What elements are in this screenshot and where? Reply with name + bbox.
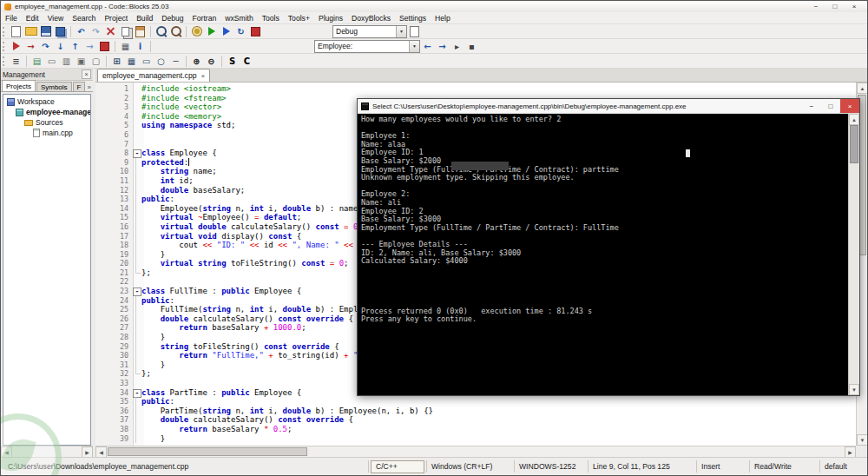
tree-item-workspace[interactable]: Workspace: [3, 96, 90, 107]
open-file-icon[interactable]: [24, 24, 38, 38]
menu-tools[interactable]: Tools: [258, 12, 284, 23]
menu-edit[interactable]: Edit: [22, 12, 43, 23]
horizontal-scroll-thumb[interactable]: [108, 447, 307, 456]
debugging-windows-icon[interactable]: ▦: [119, 39, 133, 53]
menu-wxsmith[interactable]: wxSmith: [220, 12, 257, 23]
stop-debugger-icon[interactable]: [98, 39, 112, 53]
wxsmith-add-button-icon[interactable]: ▭: [45, 54, 59, 68]
draw-ellipse-icon[interactable]: ○: [155, 54, 168, 68]
doxyblocks-comments-icon[interactable]: C: [240, 54, 254, 68]
scroll-up-icon[interactable]: ▲: [849, 114, 859, 125]
menu-file[interactable]: File: [1, 12, 22, 23]
next-line-icon[interactable]: ↷: [39, 39, 53, 53]
build-options-icon[interactable]: [408, 24, 422, 38]
replace-icon[interactable]: [169, 24, 183, 38]
chevron-down-icon[interactable]: ▼: [409, 41, 419, 52]
wxsmith-add-panel-icon[interactable]: ▢: [89, 54, 103, 68]
doxyblocks-structs-icon[interactable]: S: [226, 54, 240, 68]
redo-icon[interactable]: ↷: [89, 24, 103, 38]
draw-rect-icon[interactable]: ▭: [140, 54, 154, 68]
code-line[interactable]: 37 double calculateSalary() const overri…: [95, 415, 856, 425]
chevron-down-icon[interactable]: ▼: [396, 26, 406, 37]
scroll-down-icon[interactable]: ▼: [857, 434, 868, 446]
fold-toggle-icon[interactable]: [131, 149, 141, 158]
view-grid-icon[interactable]: ▦: [125, 54, 139, 68]
wxsmith-add-text-icon[interactable]: ▥: [60, 54, 74, 68]
panel-horizontal-scrollbar[interactable]: ◀ ▶: [1, 446, 93, 457]
editor-horizontal-scrollbar[interactable]: ◀ ▶: [95, 446, 856, 457]
run-to-cursor-icon[interactable]: →: [24, 39, 38, 53]
menu-plugins[interactable]: Plugins: [314, 12, 347, 23]
code-line[interactable]: 38 return baseSalary * 0.5;: [95, 425, 856, 434]
save-icon[interactable]: [39, 24, 53, 38]
management-close-icon[interactable]: ×: [82, 69, 91, 79]
menu-settings[interactable]: Settings: [395, 12, 431, 23]
wxsmith-quick-props-icon[interactable]: ▤: [30, 54, 44, 68]
minimize-button[interactable]: −: [806, 2, 825, 12]
menu-search[interactable]: Search: [68, 12, 100, 23]
paste-icon[interactable]: [134, 24, 148, 38]
goto-next-function-icon[interactable]: →: [436, 39, 450, 53]
zoom-in-icon[interactable]: ⊕: [190, 54, 204, 68]
tree-item-main-cpp[interactable]: main.cpp: [3, 128, 90, 138]
step-into-icon[interactable]: ↓: [54, 39, 68, 53]
rebuild-icon[interactable]: ↻: [234, 24, 248, 38]
console-minimize-button[interactable]: −: [802, 99, 821, 113]
tab-f[interactable]: F: [73, 82, 86, 91]
menu-help[interactable]: Help: [431, 12, 455, 23]
menu-doxyblocks[interactable]: DoxyBlocks: [347, 12, 395, 23]
code-line[interactable]: 39 }: [95, 434, 856, 444]
console-window[interactable]: Select C:\Users\user\Desktop\employee-ma…: [357, 98, 860, 396]
tab-symbols[interactable]: Symbols: [36, 82, 72, 91]
build-and-run-icon[interactable]: [220, 24, 233, 38]
find-icon[interactable]: [155, 24, 168, 38]
tree-item-sources[interactable]: Sources: [3, 117, 90, 128]
tab-projects[interactable]: Projects: [2, 80, 36, 91]
abort-build-icon[interactable]: [249, 24, 263, 38]
menu-fortran[interactable]: Fortran: [188, 12, 221, 23]
code-line[interactable]: 35public:: [95, 397, 856, 407]
scroll-down-icon[interactable]: ▼: [849, 384, 859, 395]
code-completion-scope-select[interactable]: Employee:▼: [314, 40, 420, 53]
console-close-button[interactable]: ×: [840, 99, 859, 113]
build-icon[interactable]: [190, 24, 204, 38]
menu-debug[interactable]: Debug: [157, 12, 187, 23]
fold-toggle-icon[interactable]: [131, 287, 141, 296]
tree-item-employee-management[interactable]: employee-management: [3, 107, 90, 117]
console-scroll-thumb[interactable]: [850, 125, 858, 163]
cut-icon[interactable]: [104, 24, 118, 38]
scroll-up-icon[interactable]: ▲: [857, 83, 868, 94]
copy-icon[interactable]: [119, 24, 133, 38]
fold-toggle-icon[interactable]: [131, 388, 141, 398]
goto-prev-function-icon[interactable]: ←: [421, 39, 435, 53]
save-all-icon[interactable]: [54, 24, 68, 38]
open-files-list-icon[interactable]: ≡: [10, 54, 23, 68]
console-maximize-button[interactable]: □: [821, 99, 840, 113]
undo-icon[interactable]: ↶: [75, 24, 89, 38]
close-button[interactable]: ×: [845, 2, 864, 12]
menu-toolsplus[interactable]: Tools+: [284, 12, 314, 23]
code-line[interactable]: 36 PartTime(string n, int i, double b) :…: [95, 407, 856, 416]
tab-close-icon[interactable]: ×: [201, 72, 205, 80]
view-sidebar-icon[interactable]: ⊞: [110, 54, 124, 68]
zoom-out-icon[interactable]: ⊖: [205, 54, 219, 68]
console-output[interactable]: How many employees would you like to ent…: [358, 114, 848, 395]
console-vertical-scrollbar[interactable]: ▲ ▼: [848, 114, 859, 395]
debug-continue-icon[interactable]: [10, 39, 23, 53]
goto-implementation-icon[interactable]: ▪: [465, 39, 479, 53]
draw-line-icon[interactable]: ─: [169, 54, 183, 68]
project-tree[interactable]: Workspaceemployee-managementSourcesmain.…: [3, 94, 91, 446]
step-out-icon[interactable]: ↑: [69, 39, 82, 53]
next-instruction-icon[interactable]: →: [83, 39, 97, 53]
new-file-icon[interactable]: [10, 24, 23, 38]
console-title-bar[interactable]: Select C:\Users\user\Desktop\employee-ma…: [358, 99, 859, 114]
wxsmith-add-checkbox-icon[interactable]: ▣: [75, 54, 89, 68]
menu-view[interactable]: View: [43, 12, 68, 23]
run-icon[interactable]: [205, 24, 219, 38]
maximize-button[interactable]: □: [825, 2, 845, 12]
build-target-select[interactable]: Debug▼: [332, 25, 407, 38]
code-line[interactable]: 1#include <iostream>: [95, 84, 856, 94]
goto-declaration-icon[interactable]: ▸: [450, 39, 464, 53]
menu-build[interactable]: Build: [132, 12, 157, 23]
tab-employee-management-cpp[interactable]: employee_management.cpp ×: [97, 69, 210, 82]
